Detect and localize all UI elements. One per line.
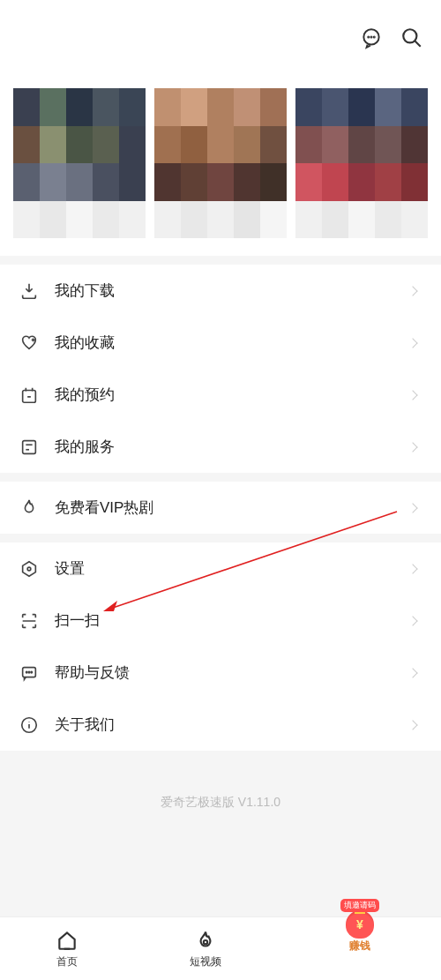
menu-group-3: 设置 扫一扫 帮助与反馈 关于我们 [0, 542, 441, 751]
svg-point-14 [28, 671, 29, 672]
menu-reservations[interactable]: 我的预约 [0, 369, 441, 421]
nav-money[interactable]: 填邀请码 ¥ 赚钱 [340, 899, 379, 954]
flame-icon [194, 929, 217, 952]
nav-home[interactable]: 首页 [56, 929, 78, 969]
menu-scan[interactable]: 扫一扫 [0, 595, 441, 647]
svg-marker-10 [23, 561, 36, 576]
menu-label: 扫一扫 [55, 610, 409, 631]
chevron-right-icon [407, 503, 417, 512]
menu-label: 设置 [55, 558, 409, 579]
money-bag-icon: ¥ [346, 910, 374, 939]
hex-icon [19, 559, 39, 579]
menu-label: 我的预约 [55, 385, 409, 405]
chevron-right-icon [407, 616, 417, 625]
svg-point-4 [403, 29, 416, 42]
menu-label: 免费看VIP热剧 [55, 497, 409, 518]
svg-point-3 [374, 36, 375, 37]
chevron-right-icon [407, 720, 417, 729]
menu-favorites[interactable]: 我的收藏 [0, 317, 441, 369]
svg-point-1 [368, 36, 369, 37]
download-icon [19, 281, 39, 301]
svg-point-22 [204, 940, 207, 944]
menu-label: 帮助与反馈 [55, 662, 409, 683]
nav-label: 首页 [56, 954, 78, 969]
menu-group-1: 我的下载 我的收藏 我的预约 我的服务 [0, 265, 441, 473]
menu-label: 关于我们 [55, 714, 409, 735]
svg-point-2 [370, 36, 371, 37]
menu-settings[interactable]: 设置 [0, 542, 441, 595]
feedback-icon [19, 663, 39, 683]
search-icon[interactable] [400, 26, 423, 53]
svg-point-13 [26, 671, 27, 672]
chevron-right-icon [407, 286, 417, 295]
chevron-right-icon [407, 390, 417, 400]
chevron-right-icon [407, 442, 417, 452]
chevron-right-icon [407, 668, 417, 677]
calendar-icon [19, 385, 39, 405]
chat-icon[interactable] [360, 26, 383, 53]
menu-label: 我的收藏 [55, 333, 409, 353]
chevron-right-icon [407, 564, 417, 573]
nav-label: 赚钱 [349, 939, 370, 954]
header [0, 0, 441, 79]
menu-services[interactable]: 我的服务 [0, 421, 441, 473]
menu-label: 我的下载 [55, 281, 409, 301]
version-text: 爱奇艺极速版 V1.11.0 [0, 751, 441, 872]
menu-label: 我的服务 [55, 437, 409, 457]
menu-about[interactable]: 关于我们 [0, 699, 441, 751]
menu-help-feedback[interactable]: 帮助与反馈 [0, 647, 441, 699]
svg-rect-7 [23, 440, 36, 453]
chevron-right-icon [407, 338, 417, 348]
info-icon [19, 715, 39, 735]
menu-downloads[interactable]: 我的下载 [0, 265, 441, 317]
heart-icon [19, 333, 39, 353]
money-tag: 填邀请码 [340, 899, 379, 912]
fire-icon [19, 498, 39, 518]
svg-point-11 [27, 567, 31, 571]
scan-icon [19, 611, 39, 631]
nav-label: 短视频 [190, 954, 221, 969]
svg-point-15 [31, 671, 32, 672]
home-icon [56, 929, 78, 952]
list-icon [19, 438, 39, 457]
svg-line-5 [415, 41, 421, 47]
nav-short-video[interactable]: 短视频 [190, 929, 221, 969]
menu-group-2: 免费看VIP热剧 [0, 482, 441, 534]
menu-free-vip[interactable]: 免费看VIP热剧 [0, 482, 441, 534]
history-thumbnails[interactable] [0, 79, 441, 256]
